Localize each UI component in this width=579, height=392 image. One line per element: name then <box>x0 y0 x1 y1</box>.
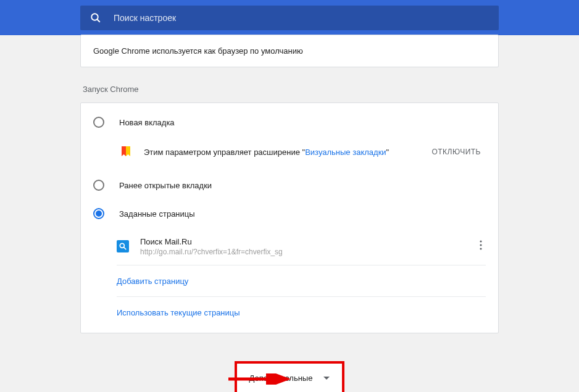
settings-header <box>0 0 579 35</box>
radio-label: Новая вкладка <box>119 118 175 127</box>
startup-option-continue[interactable]: Ранее открытые вкладки <box>81 171 498 199</box>
svg-point-5 <box>480 244 481 246</box>
add-page-row[interactable]: Добавить страницу <box>117 265 486 297</box>
svg-line-1 <box>97 19 100 22</box>
use-current-row[interactable]: Использовать текущие страницы <box>117 297 486 328</box>
advanced-section: Дополнительные <box>80 361 499 392</box>
startup-card: Новая вкладка Этим параметром управляет … <box>80 102 499 333</box>
extension-notice-text: Этим параметром управляет расширение "Ви… <box>144 148 431 157</box>
mailru-search-icon <box>117 240 129 252</box>
extension-bookmark-icon <box>119 145 133 159</box>
svg-point-4 <box>480 240 481 242</box>
svg-point-2 <box>120 243 124 248</box>
search-input[interactable] <box>114 13 489 23</box>
annotation-arrow-icon <box>227 373 295 385</box>
extension-link[interactable]: Визуальные закладки <box>305 148 386 157</box>
radio-icon <box>93 117 104 128</box>
search-icon <box>90 12 101 23</box>
page-info: Поиск Mail.Ru http://go.mail.ru/?chverfi… <box>140 237 476 256</box>
add-page-link[interactable]: Добавить страницу <box>117 277 188 286</box>
default-browser-text: Google Chrome используется как браузер п… <box>81 35 498 67</box>
use-current-link[interactable]: Использовать текущие страницы <box>117 308 240 317</box>
radio-label: Ранее открытые вкладки <box>119 181 212 190</box>
svg-point-0 <box>91 14 98 20</box>
settings-content: Google Chrome используется как браузер п… <box>0 35 579 392</box>
radio-icon <box>93 208 104 219</box>
radio-label: Заданные страницы <box>119 209 195 219</box>
svg-point-6 <box>480 248 481 249</box>
search-bar[interactable] <box>80 6 499 30</box>
page-more-button[interactable] <box>476 236 486 256</box>
startup-page-row: Поиск Mail.Ru http://go.mail.ru/?chverfi… <box>117 228 486 265</box>
extension-notice: Этим параметром управляет расширение "Ви… <box>81 136 498 171</box>
svg-line-3 <box>123 247 126 249</box>
page-title: Поиск Mail.Ru <box>140 237 476 246</box>
startup-section-title: Запуск Chrome <box>83 85 499 94</box>
chevron-down-icon <box>323 377 330 380</box>
page-url: http://go.mail.ru/?chverfix=1&fr=chverfi… <box>140 248 476 256</box>
startup-option-specific[interactable]: Заданные страницы <box>81 199 498 228</box>
radio-icon <box>93 180 104 191</box>
startup-option-new-tab[interactable]: Новая вкладка <box>81 108 498 136</box>
disable-extension-button[interactable]: ОТКЛЮЧИТЬ <box>431 148 486 156</box>
specific-pages-list: Поиск Mail.Ru http://go.mail.ru/?chverfi… <box>117 228 498 328</box>
default-browser-card: Google Chrome используется как браузер п… <box>80 35 499 67</box>
